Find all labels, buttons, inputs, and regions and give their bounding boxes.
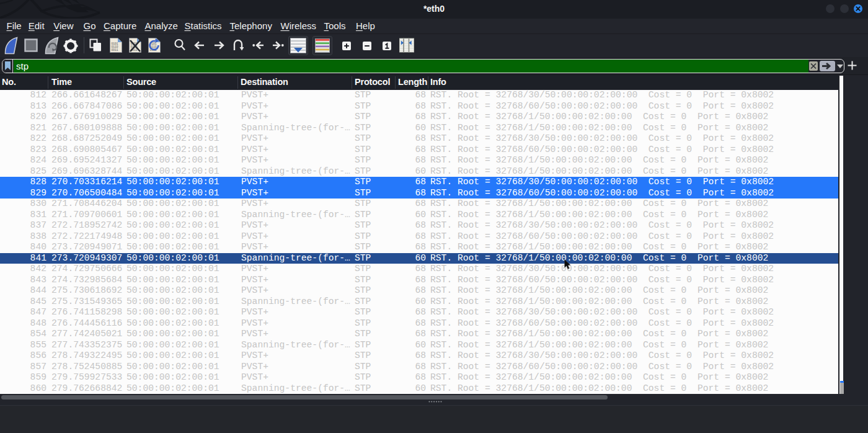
svg-text:0011: 0011 [111,48,118,51]
